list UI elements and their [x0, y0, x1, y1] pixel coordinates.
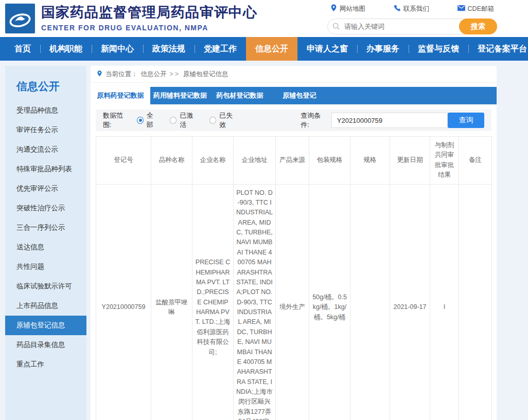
sidebar-item-drug-catalog[interactable]: 药品目录集信息 [5, 335, 86, 355]
sidebar-title: 信息公开 [5, 66, 86, 101]
col-header-update-date: 更新日期 [390, 137, 430, 185]
breadcrumb: 当前位置： 信息公开 >> 原辅包登记信息 [91, 66, 497, 83]
cell-product-origin: 境外生产 [276, 184, 309, 420]
site-subtitle: CENTER FOR DRUG EVALUATION, NMPA [41, 24, 257, 32]
nav-item-functions[interactable]: 机构职能 [40, 37, 92, 61]
radio-option-activated[interactable]: 已激活 [170, 111, 198, 130]
sidebar-item-review-tasks[interactable]: 审评任务公示 [5, 120, 86, 140]
col-header-company-name: 企业名称 [192, 137, 234, 185]
radio-checked-icon [137, 117, 144, 124]
nav-item-applicant-window[interactable]: 申请人之窗 [297, 37, 357, 61]
results-table: 登记号 品种名称 企业名称 企业地址 产品来源 包装规格 规格 更新日期 与制剂… [96, 136, 492, 420]
nav-item-info-disclosure[interactable]: 信息公开 [246, 37, 297, 61]
col-header-company-address: 企业地址 [234, 137, 276, 185]
cell-spec [350, 184, 390, 420]
sidebar-item-key-work[interactable]: 重点工作 [5, 355, 86, 374]
cell-company-name: PRECISE CHEMIPHARMA PVT. LTD.;PRECISE CH… [192, 184, 234, 420]
main-content: 当前位置： 信息公开 >> 原辅包登记信息 原料药登记数据 药用辅料登记数据 药… [91, 66, 497, 420]
radio-option-all[interactable]: 全部 [137, 111, 159, 130]
sidebar-item-excipient-registration[interactable]: 原辅包登记信息 [5, 316, 86, 335]
tab-api-registration[interactable]: 原料药登记数据 [91, 87, 150, 104]
breadcrumb-pin-icon [97, 70, 102, 79]
phone-icon [394, 5, 401, 13]
cell-update-date: 2021-09-17 [390, 184, 430, 420]
data-tabs: 原料药登记数据 药用辅料登记数据 药包材登记数据 原辅包登记 [91, 87, 497, 104]
search-icon [332, 23, 340, 32]
nav-item-services[interactable]: 办事服务 [357, 37, 409, 61]
sidebar-item-delivery-info[interactable]: 送达信息 [5, 238, 86, 257]
nav-item-policies[interactable]: 政策法规 [143, 37, 195, 61]
nav-item-news[interactable]: 新闻中心 [92, 37, 143, 61]
cde-logo[interactable] [5, 4, 35, 33]
scope-label: 数据范围: [103, 111, 130, 130]
cell-variety-name: 盐酸萘甲唑啉 [151, 184, 192, 420]
quick-links: 网站地图 联系我们 CDE邮箱 [327, 4, 497, 13]
radio-unchecked-icon [209, 117, 216, 124]
contact-us-link[interactable]: 联系我们 [394, 4, 429, 13]
mail-icon [457, 5, 465, 13]
col-header-spec: 规格 [350, 137, 390, 185]
col-header-variety-name: 品种名称 [151, 137, 192, 185]
tab-packaging-registration[interactable]: 药包材登记数据 [210, 87, 270, 104]
sidebar-item-marketed-drugs[interactable]: 上市药品信息 [5, 296, 86, 316]
breadcrumb-prefix: 当前位置： [105, 70, 138, 79]
cell-joint-approval-result: I [430, 184, 459, 420]
sidebar-item-three-in-one[interactable]: 三合一序列公示 [5, 218, 86, 238]
sitemap-link[interactable]: 网站地图 [330, 4, 365, 13]
location-pin-icon [330, 4, 337, 13]
main-nav: 首页 机构职能 新闻中心 政策法规 党建工作 信息公开 申请人之窗 办事服务 监… [0, 37, 528, 61]
cell-packaging-spec: 50g/桶。0.5kg/桶。1kg/桶。5kg/桶 [309, 184, 350, 420]
query-label: 查询条件: [301, 111, 327, 130]
nav-item-home[interactable]: 首页 [5, 37, 40, 61]
site-title: 国家药品监督管理局药品审评中心 [41, 3, 257, 22]
filter-bar: 数据范围: 全部 已激活 已失效 查询条件: 查询 [96, 109, 491, 131]
col-header-remark: 备注 [459, 137, 492, 185]
sidebar-item-special-approval[interactable]: 特殊审批品种列表 [5, 159, 86, 179]
query-button[interactable]: 查询 [448, 113, 484, 128]
cell-reg-no: Y20210000759 [96, 184, 151, 420]
col-header-product-origin: 产品来源 [276, 137, 309, 185]
cell-remark [459, 184, 492, 420]
nav-item-supervision[interactable]: 监督与反馈 [409, 37, 468, 61]
table-row: Y20210000759 盐酸萘甲唑啉 PRECISE CHEMIPHARMA … [96, 184, 492, 420]
query-input[interactable] [331, 113, 448, 128]
site-header: 国家药品监督管理局药品审评中心 CENTER FOR DRUG EVALUATI… [0, 0, 528, 37]
sidebar-item-breakthrough-therapy[interactable]: 突破性治疗公示 [5, 198, 86, 218]
cell-company-address: PLOT NO. D-90/3, TTC INDUSTRIAL AREA, MI… [234, 184, 276, 420]
col-header-reg-no: 登记号 [96, 137, 151, 185]
radio-option-expired[interactable]: 已失效 [209, 111, 238, 130]
sidebar-item-communication[interactable]: 沟通交流公示 [5, 140, 86, 159]
cde-mailbox-link[interactable]: CDE邮箱 [457, 4, 494, 13]
site-search-button[interactable]: 搜索 [459, 19, 497, 34]
table-header-row: 登记号 品种名称 企业名称 企业地址 产品来源 包装规格 规格 更新日期 与制剂… [96, 137, 492, 185]
breadcrumb-section-link[interactable]: 信息公开 [141, 70, 167, 79]
radio-unchecked-icon [170, 117, 177, 124]
breadcrumb-separator: >> [170, 70, 181, 78]
tab-combined-registration[interactable]: 原辅包登记 [270, 87, 329, 104]
sidebar: 信息公开 受理品种信息 审评任务公示 沟通交流公示 特殊审批品种列表 优先审评公… [5, 66, 86, 420]
sidebar-item-clinical-trial-license[interactable]: 临床试验默示许可 [5, 277, 86, 296]
col-header-packaging-spec: 包装规格 [309, 137, 350, 185]
sidebar-item-common-issues[interactable]: 共性问题 [5, 257, 86, 277]
col-header-joint-approval-result: 与制剂共同审批审批结果 [430, 137, 459, 185]
sidebar-item-priority-review[interactable]: 优先审评公示 [5, 179, 86, 198]
nav-item-registration-platform[interactable]: 登记备案平台 [468, 37, 528, 61]
tab-excipient-registration[interactable]: 药用辅料登记数据 [150, 87, 210, 104]
breadcrumb-current-link[interactable]: 原辅包登记信息 [183, 70, 228, 79]
sidebar-item-accepted-varieties[interactable]: 受理品种信息 [5, 101, 86, 120]
nav-item-party[interactable]: 党建工作 [195, 37, 246, 61]
